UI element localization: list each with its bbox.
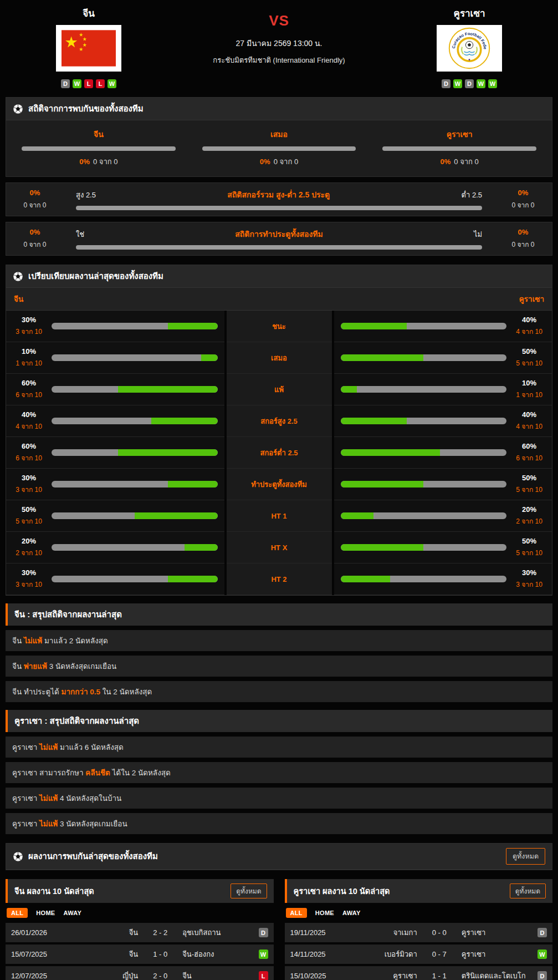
h2h-columns: จีน0%0 จาก 0เสมอ0%0 จาก 0คูราเซา0%0 จาก … bbox=[6, 120, 552, 176]
away-team: คูราเซา bbox=[455, 948, 537, 960]
count-value: 4 จาก 10 bbox=[513, 421, 545, 431]
comparison-row: 30%3 จาก 10ชนะ40%4 จาก 10 bbox=[6, 311, 552, 342]
comparison-row: 50%5 จาก 10HT 120%2 จาก 10 bbox=[6, 500, 552, 532]
under-label: ต่ำ 2.5 bbox=[462, 189, 482, 201]
summary-row: จีน ไม่แพ้ มาแล้ว 2 นัดหลังสุด bbox=[6, 630, 552, 651]
percent-value: 30% bbox=[513, 568, 545, 577]
away-team: คูราเซา bbox=[455, 927, 537, 938]
h2h-column: จีน0%0 จาก 0 bbox=[22, 128, 176, 167]
home-bar bbox=[52, 544, 218, 551]
home-side: 40%4 จาก 10 bbox=[6, 405, 224, 437]
percent-value: 40% bbox=[513, 316, 545, 324]
match-date: 15/07/2025 bbox=[11, 950, 62, 958]
away-team-name: คูราเซา bbox=[381, 6, 558, 21]
bar-fill bbox=[341, 481, 424, 488]
bar-fill bbox=[341, 544, 424, 551]
away-stat: 50%5 จาก 10 bbox=[513, 474, 545, 495]
away-table-view-all-button[interactable]: ดูทั้งหมด bbox=[510, 883, 546, 898]
percent-value: 60% bbox=[13, 379, 45, 387]
away-table-title: คูราเซา ผลงาน 10 นัดล่าสุด bbox=[294, 885, 390, 897]
h2h-section-title: สถิติจากการพบกันของทั้งสองทีม bbox=[28, 102, 144, 115]
home-bar bbox=[52, 354, 218, 361]
match-datetime: 27 มีนาคม 2569 13:00 น. bbox=[177, 37, 381, 49]
tab-home[interactable]: HOME bbox=[315, 910, 334, 916]
away-bar bbox=[341, 576, 507, 582]
summary-row: จีน พ่ายแพ้ 3 นัดหลังสุดเกมเยือน bbox=[6, 656, 552, 677]
count-value: 1 จาก 10 bbox=[513, 389, 545, 400]
bar-fill bbox=[201, 354, 218, 361]
highlight-text: ไม่แพ้ bbox=[24, 637, 42, 645]
summary-row: จีน ทำประตูได้ มากกว่า 0.5 ใน 2 นัดหลังส… bbox=[6, 681, 552, 702]
home-side: 20%2 จาก 10 bbox=[6, 532, 224, 563]
tab-away[interactable]: AWAY bbox=[342, 910, 361, 916]
result-badge: D bbox=[537, 971, 547, 980]
percent-value: 50% bbox=[513, 474, 545, 482]
away-side: 50%5 จาก 10 bbox=[334, 342, 552, 374]
comparison-team-strip: จีน คูราเซา bbox=[6, 288, 552, 311]
away-bar bbox=[341, 323, 507, 329]
comparison-rows: 30%3 จาก 10ชนะ40%4 จาก 1010%1 จาก 10เสมอ… bbox=[6, 311, 552, 595]
home-bar bbox=[52, 418, 218, 424]
btts-yes-label: ใช่ bbox=[76, 229, 84, 240]
percent-value: 10% bbox=[513, 379, 545, 387]
bar-fill bbox=[341, 512, 374, 519]
away-team: ตรินิแดดและโตเบโก bbox=[455, 970, 537, 980]
summary-row: คูราเซา สามารถรักษา คลีนชีต ได้ใน 2 นัดห… bbox=[6, 762, 552, 783]
comparison-row: 20%2 จาก 10HT X50%5 จาก 10 bbox=[6, 532, 552, 563]
away-side: 50%5 จาก 10 bbox=[334, 469, 552, 500]
form-badge-d: D bbox=[61, 79, 70, 88]
count-value: 3 จาก 10 bbox=[13, 326, 45, 337]
home-bar bbox=[52, 512, 218, 519]
match-row: 12/07/2025ญี่ปุ่น2 - 0จีนL bbox=[6, 966, 274, 980]
percent-value: 40% bbox=[13, 410, 45, 419]
count-value: 1 จาก 10 bbox=[13, 358, 45, 368]
h2h-stat-line: 0%0 จาก 0 bbox=[382, 156, 536, 167]
percent-value: 0% bbox=[502, 228, 544, 236]
home-table-view-all-button[interactable]: ดูทั้งหมด bbox=[231, 883, 267, 898]
count-value: 0 จาก 0 bbox=[14, 239, 56, 250]
h2h-stat-line: 0%0 จาก 0 bbox=[22, 156, 176, 167]
home-table-tabs: ALL HOME AWAY bbox=[6, 903, 274, 923]
btts-bar bbox=[76, 245, 482, 250]
meetings-section-title: ผลงานการพบกันล่าสุดของทั้งสองทีม bbox=[28, 850, 158, 863]
away-side: 60%6 จาก 10 bbox=[334, 437, 552, 469]
highlight-text: พ่ายแพ้ bbox=[24, 662, 47, 671]
h2h-progress-bar bbox=[202, 146, 356, 151]
count-value: 6 จาก 10 bbox=[13, 389, 45, 400]
count-value: 5 จาก 10 bbox=[13, 516, 45, 526]
bar-fill bbox=[341, 323, 407, 329]
away-form-badges: DWDWW bbox=[381, 79, 558, 88]
result-badge: W bbox=[537, 949, 547, 959]
match-score: 1 - 0 bbox=[145, 950, 176, 958]
recent-results-tables: จีน ผลงาน 10 นัดล่าสุด ดูทั้งหมด ALL HOM… bbox=[6, 879, 552, 980]
count-value: 2 จาก 10 bbox=[13, 547, 45, 558]
metric-label: สกอร์ต่ำ 2.5 bbox=[227, 437, 332, 469]
tab-away[interactable]: AWAY bbox=[64, 910, 82, 916]
tab-all[interactable]: ALL bbox=[7, 908, 28, 918]
tab-home[interactable]: HOME bbox=[36, 910, 55, 916]
count-value: 0 จาก 0 bbox=[502, 239, 544, 250]
metric-label: ทำประตูทั้งสองทีม bbox=[227, 469, 332, 500]
match-header: จีน DWLLW VS 27 มีนาคม 2569 13:00 น. bbox=[0, 0, 558, 92]
tab-all[interactable]: ALL bbox=[286, 908, 307, 918]
percent-value: 50% bbox=[513, 537, 545, 545]
h2h-column: คูราเซา0%0 จาก 0 bbox=[382, 128, 536, 167]
comparison-section: เปรียบเทียบผลงานล่าสุดของทั้งสองทีม จีน … bbox=[6, 265, 552, 596]
match-score: 0 - 7 bbox=[424, 950, 455, 958]
meetings-view-all-button[interactable]: ดูทั้งหมด bbox=[506, 848, 545, 865]
home-side: 50%5 จาก 10 bbox=[6, 500, 224, 532]
away-bar bbox=[341, 481, 507, 488]
away-bar bbox=[341, 449, 507, 456]
home-stat: 40%4 จาก 10 bbox=[13, 410, 45, 431]
home-results-table: จีน ผลงาน 10 นัดล่าสุด ดูทั้งหมด ALL HOM… bbox=[6, 879, 274, 980]
form-badge-w: W bbox=[477, 79, 485, 88]
away-table-tabs: ALL HOME AWAY bbox=[285, 903, 553, 923]
count-value: 5 จาก 10 bbox=[513, 547, 545, 558]
count-value: 5 จาก 10 bbox=[513, 484, 545, 495]
percent-value: 0% bbox=[14, 189, 56, 197]
over-under-home-stat: 0% 0 จาก 0 bbox=[14, 189, 56, 210]
match-league: กระชับมิตรทีมชาติ (International Friendl… bbox=[177, 54, 381, 66]
away-bar bbox=[341, 544, 507, 551]
percent-value: 0% bbox=[502, 189, 544, 197]
count-value: 2 จาก 10 bbox=[513, 516, 545, 526]
